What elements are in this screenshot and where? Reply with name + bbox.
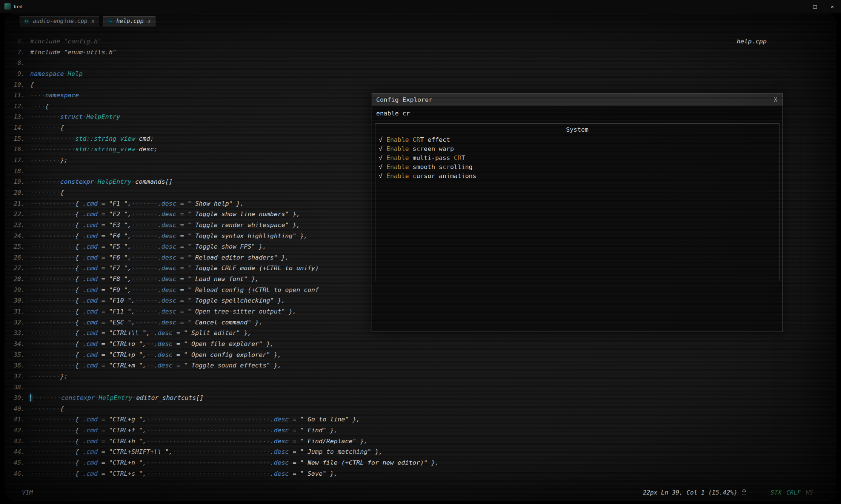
code-line[interactable]: 37.········}; (11, 371, 835, 382)
config-option-text: smooth s (409, 163, 443, 171)
checkbox-checked-icon: √ (379, 172, 386, 181)
code-token: , (128, 232, 131, 240)
code-token: = (176, 275, 188, 283)
tab-label: help.cpp (116, 18, 143, 25)
code-token: .desc (270, 416, 289, 423)
line-content: ············{ .cmd = "F9 ",·······.desc … (30, 285, 319, 296)
code-token: struct (60, 113, 83, 120)
code-token: ············ (30, 319, 75, 326)
code-line[interactable]: 42.············{ .cmd = "CTRL+f ",······… (11, 425, 835, 436)
code-token: .desc (158, 275, 177, 283)
code-token: .cmd (83, 340, 98, 347)
line-content: namespace·Help (30, 69, 83, 80)
line-number: 27. (11, 263, 30, 274)
code-token: }, (356, 438, 367, 445)
code-token: ············ (30, 135, 75, 142)
code-line[interactable]: 35.············{ .cmd = "CTRL+p ",··.des… (11, 350, 835, 361)
code-token: desc (139, 146, 154, 153)
code-token: = (98, 351, 109, 358)
minimize-button[interactable]: ─ (789, 0, 806, 13)
close-button[interactable]: × (824, 0, 841, 13)
line-content: ············{ .cmd = "CTRL+g ",·········… (30, 414, 360, 425)
code-token: .cmd (83, 254, 98, 261)
maximize-button[interactable]: □ (806, 0, 824, 13)
code-line[interactable]: 39.········constexpr·HelpEntry·editor_sh… (11, 393, 835, 404)
code-token: }, (296, 232, 307, 240)
line-number: 30. (11, 295, 30, 306)
code-token: " Cancel command" (188, 319, 251, 326)
line-content: ············{ .cmd = "CTRL+m ",··.desc =… (30, 360, 281, 371)
code-line[interactable]: 38. (11, 382, 835, 393)
config-search-input[interactable] (376, 110, 778, 117)
config-explorer-panel: Config Explorer X System √Enable CRT eff… (372, 93, 783, 332)
code-token: " Find/Replace" (300, 438, 356, 445)
code-token: " Toggle show line numbers" (188, 211, 289, 218)
code-line[interactable]: 43.············{ .cmd = "CTRL+h ",······… (11, 436, 835, 447)
status-flags: STXCRLFWS (770, 489, 813, 496)
line-number: 6. (11, 36, 30, 47)
code-token: · (83, 113, 86, 120)
code-token: " Open file explorer" (184, 340, 263, 347)
code-token: , (143, 416, 146, 423)
code-token: = (289, 438, 300, 445)
code-token: #include "enum-utils.h" (30, 49, 116, 56)
code-line[interactable]: 40.········{ (11, 404, 835, 415)
config-option[interactable]: √Enable smooth scrolling (379, 163, 776, 172)
code-line[interactable]: 7.#include "enum-utils.h" (11, 47, 835, 58)
code-token: commands[] (135, 178, 172, 185)
code-token: ···· (30, 92, 45, 99)
config-close-button[interactable]: X (774, 97, 777, 103)
tab-help-cpp[interactable]: C+help.cppX (103, 16, 155, 26)
code-token: = (289, 448, 300, 455)
tab-close-icon[interactable]: X (92, 18, 95, 24)
code-token: " Toggle syntax highlighting" (188, 232, 296, 240)
config-option[interactable]: √Enable multi-pass CRT (379, 154, 776, 163)
code-line[interactable]: 36.············{ .cmd = "CTRL+m ",··.des… (11, 360, 835, 371)
code-token: "CTRL+g " (109, 416, 143, 423)
tab-close-icon[interactable]: X (148, 18, 151, 24)
code-token: { (75, 243, 83, 250)
line-number: 26. (11, 252, 30, 263)
code-token: " Jump to matching" (300, 448, 371, 455)
code-line[interactable]: 44.············{ .cmd = "CTRL+SHIFT+\\ "… (11, 447, 835, 458)
code-token: .desc (270, 470, 289, 477)
code-token: ; (150, 135, 154, 142)
code-line[interactable]: 46.············{ .cmd = "CTRL+s ",······… (11, 469, 835, 479)
config-option[interactable]: √Enable CRT effect (379, 135, 776, 144)
code-token: .cmd (83, 264, 98, 272)
code-token: .desc (270, 459, 289, 466)
checkbox-checked-icon: √ (379, 154, 386, 163)
code-token: std::string_view (75, 146, 135, 153)
code-token: }, (263, 340, 274, 347)
code-token: = (98, 221, 109, 229)
code-token: = (98, 308, 109, 315)
line-content: ········constexpr·HelpEntry·commands[] (30, 177, 173, 187)
code-token: { (75, 470, 83, 477)
tab-audio-engine-cpp[interactable]: C+audio-engine.cppX (20, 16, 99, 26)
code-token: = (98, 254, 109, 261)
config-content-box: System √Enable CRT effect√Enable screen … (375, 123, 780, 281)
code-token: = (98, 448, 109, 455)
code-line[interactable]: 45.············{ .cmd = "CTRL+n ",······… (11, 458, 835, 469)
code-token: · (64, 70, 68, 77)
code-token: " Toggle CRLF mode (+CTRL to unify) (188, 264, 319, 272)
code-token: = (176, 211, 188, 218)
code-token: ······· (131, 275, 158, 283)
code-line[interactable]: 10.{ (11, 80, 835, 91)
code-token: ········ (30, 113, 60, 120)
code-token: = (289, 459, 300, 466)
code-token: { (75, 340, 83, 347)
code-token: { (75, 200, 83, 207)
config-option-text: sor animations (424, 172, 476, 180)
code-token: "CTRL+n " (109, 459, 143, 466)
code-line[interactable]: 6.#include "config.h" (11, 36, 835, 47)
code-token: "F3 " (109, 221, 128, 229)
line-number: 13. (11, 112, 30, 123)
config-option-text: Enable c (386, 172, 416, 180)
code-line[interactable]: 41.············{ .cmd = "CTRL+g ",······… (11, 414, 835, 425)
code-line[interactable]: 9.namespace·Help (11, 69, 835, 80)
code-line[interactable]: 34.············{ .cmd = "CTRL+o ",··.des… (11, 339, 835, 350)
config-option[interactable]: √Enable screen warp (379, 144, 776, 154)
config-option[interactable]: √Enable cursor animations (379, 172, 776, 181)
code-line[interactable]: 8. (11, 58, 835, 69)
